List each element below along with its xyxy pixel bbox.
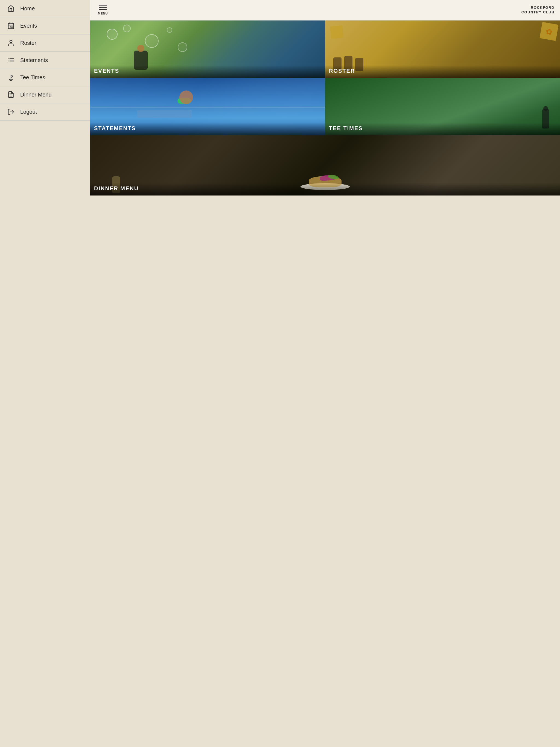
tile-events-label: EVENTS — [90, 65, 262, 78]
menu-bar-3 — [99, 9, 107, 10]
sidebar-item-tee-times-label: Tee Times — [20, 74, 45, 81]
calendar-icon: 30 — [6, 22, 15, 29]
sidebar: Home 30 Events Roster — [0, 0, 90, 350]
header: MENU ROCKFORD COUNTRY CLUB — [90, 0, 262, 21]
sidebar-item-events[interactable]: 30 Events — [0, 17, 90, 34]
list-icon — [6, 57, 15, 64]
tile-dinner-menu[interactable]: DINNER MENU — [90, 135, 262, 196]
logout-icon — [6, 108, 15, 115]
home-icon — [6, 5, 15, 12]
menu-button[interactable]: MENU — [96, 3, 110, 17]
sidebar-item-roster-label: Roster — [20, 40, 36, 46]
sidebar-item-statements[interactable]: Statements — [0, 52, 90, 69]
document-icon — [6, 91, 15, 98]
menu-label: MENU — [98, 12, 108, 15]
sidebar-item-roster[interactable]: Roster — [0, 34, 90, 52]
tile-events[interactable]: EVENTS — [90, 21, 262, 78]
sidebar-item-logout-label: Logout — [20, 109, 37, 115]
main-content: EVENTS ✿ ROSTER — [90, 21, 262, 350]
sidebar-item-statements-label: Statements — [20, 57, 48, 63]
svg-point-5 — [10, 40, 12, 43]
sidebar-item-dinner-menu-label: Dinner Menu — [20, 92, 52, 98]
person-icon — [6, 40, 15, 47]
tile-statements-label: STATEMENTS — [90, 123, 262, 135]
menu-bar-1 — [99, 5, 107, 6]
tiles-grid: EVENTS ✿ ROSTER — [90, 21, 262, 196]
sidebar-item-dinner-menu[interactable]: Dinner Menu — [0, 86, 90, 103]
tile-statements[interactable]: STATEMENTS — [90, 78, 262, 135]
menu-bar-2 — [99, 7, 107, 8]
sidebar-item-tee-times[interactable]: Tee Times — [0, 69, 90, 86]
svg-text:30: 30 — [10, 26, 13, 28]
sidebar-item-events-label: Events — [20, 23, 37, 29]
sidebar-item-home[interactable]: Home — [0, 0, 90, 17]
sidebar-item-home-label: Home — [20, 5, 35, 12]
golf-icon — [6, 74, 15, 81]
tile-dinner-menu-label: DINNER MENU — [90, 183, 262, 196]
sidebar-item-logout[interactable]: Logout — [0, 103, 90, 121]
